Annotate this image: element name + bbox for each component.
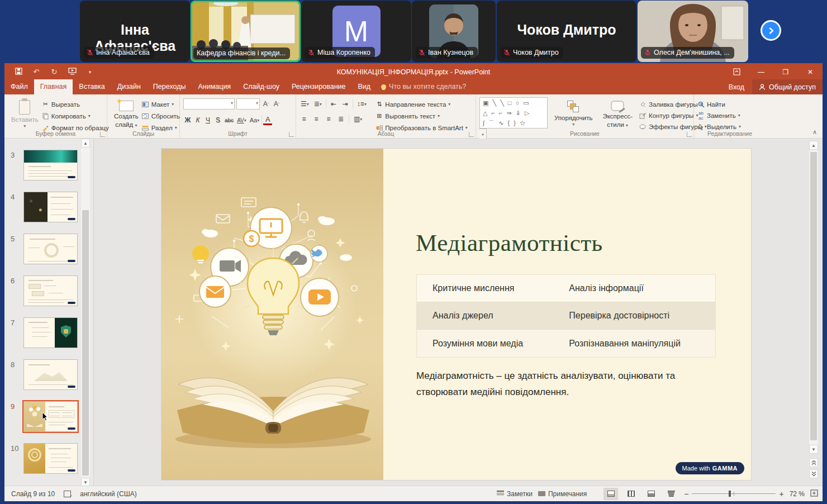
slide-body-text[interactable]: Медіаграмотність – це здатність аналізув… xyxy=(416,368,725,401)
tab-view[interactable]: Вид xyxy=(351,79,377,94)
numbering-button[interactable]: ≣▾ xyxy=(313,99,323,109)
previous-slide-button[interactable] xyxy=(809,458,818,467)
scroll-up-button[interactable]: ▲ xyxy=(809,141,818,150)
participant-tile-ivan[interactable]: Іван Кузнецов xyxy=(412,1,496,62)
share-button[interactable]: Общий доступ xyxy=(752,79,823,94)
participant-tile-kafedra-active-speaker[interactable]: Кафедра фінансів і креди... xyxy=(191,1,301,62)
font-dialog-launcher[interactable] xyxy=(289,132,294,137)
font-size-combobox[interactable] xyxy=(236,98,260,110)
collapse-ribbon-button[interactable]: ∧ xyxy=(812,129,817,136)
slide-counter[interactable]: Слайд 9 из 10 xyxy=(11,490,55,498)
shapes-row-1[interactable]: ▣ ╲ ╲ □ ○ ▭ xyxy=(483,98,547,108)
ribbon-display-options-icon[interactable] xyxy=(724,64,749,79)
italic-button[interactable]: К xyxy=(193,115,202,125)
canvas-scrollbar[interactable]: ▲ ▼ xyxy=(809,141,818,454)
scroll-up-button[interactable]: ▲ xyxy=(81,139,90,148)
text-shadow-button[interactable]: S xyxy=(213,115,222,125)
cut-button[interactable]: ✂Вырезать xyxy=(42,99,109,110)
slide-sorter-view-button[interactable] xyxy=(624,488,638,500)
columns-button[interactable]: ▥▾ xyxy=(353,114,363,124)
line-spacing-button[interactable]: ↕≡▾ xyxy=(356,99,368,109)
drawing-dialog-launcher[interactable] xyxy=(687,132,692,137)
qat-customize-icon[interactable]: ▾ xyxy=(85,69,95,75)
language-indicator[interactable]: английский (США) xyxy=(80,490,136,498)
start-slideshow-icon[interactable] xyxy=(67,68,77,77)
slide-9[interactable]: $ xyxy=(161,149,751,480)
ribbon-tab-bar: Файл Главная Вставка Дизайн Переходы Ани… xyxy=(4,79,823,94)
change-case-button[interactable]: Aa▾ xyxy=(249,115,260,125)
undo-icon[interactable]: ↶ xyxy=(31,68,41,76)
participant-tile-misha[interactable]: M Міша Коропенко xyxy=(301,1,411,62)
gallery-next-page-button[interactable] xyxy=(761,20,781,41)
sign-in-button[interactable]: Вход xyxy=(721,83,752,91)
next-slide-button[interactable] xyxy=(809,469,818,478)
save-icon[interactable] xyxy=(13,68,23,77)
character-spacing-button[interactable]: AV▾ xyxy=(236,115,248,125)
find-button[interactable]: Найти xyxy=(697,99,762,110)
justify-button[interactable]: ≣ xyxy=(336,114,345,124)
font-color-button[interactable]: А xyxy=(263,115,272,125)
slide-table[interactable]: Критичне мислення Аналіз інформації Анал… xyxy=(416,274,716,358)
new-slide-button[interactable]: Создатьслайд ▾ xyxy=(111,97,142,130)
grow-font-button[interactable]: Аˆ xyxy=(262,99,270,109)
bullets-button[interactable]: ☰▾ xyxy=(300,99,310,109)
zoom-in-button[interactable]: + xyxy=(779,489,783,498)
zoom-out-button[interactable]: − xyxy=(684,489,688,498)
align-right-button[interactable]: ≡ xyxy=(324,114,333,124)
tab-animations[interactable]: Анимация xyxy=(192,79,237,94)
shrink-font-button[interactable]: Аˇ xyxy=(272,99,281,109)
close-button[interactable]: ✕ xyxy=(798,64,823,79)
zoom-slider-thumb[interactable] xyxy=(729,491,731,497)
tab-design[interactable]: Дизайн xyxy=(111,79,147,94)
tab-insert[interactable]: Вставка xyxy=(73,79,111,94)
increase-indent-button[interactable]: ⇥ xyxy=(341,99,350,109)
zoom-percentage[interactable]: 72 % xyxy=(790,490,805,498)
align-text-button[interactable]: ⊞Выровнять текст▾ xyxy=(376,111,468,121)
spellcheck-icon[interactable] xyxy=(64,491,71,497)
normal-view-button[interactable] xyxy=(603,488,618,500)
tell-me-box[interactable]: Что вы хотите сделать? xyxy=(377,79,470,94)
participant-tile-chokov[interactable]: Чоков Дмитро Чоков Дмитро xyxy=(497,1,636,62)
restore-button[interactable]: ❐ xyxy=(773,64,798,79)
clipboard-dialog-launcher[interactable] xyxy=(100,132,105,137)
paragraph-dialog-launcher[interactable] xyxy=(469,132,474,137)
thumbnail-panel-scrollbar[interactable]: ▲ ▼ xyxy=(81,139,90,487)
slideshow-view-button[interactable] xyxy=(664,488,678,500)
paste-button[interactable]: Вставить ▾ xyxy=(8,97,42,130)
slide-title[interactable]: Медіаграмотність xyxy=(416,229,603,256)
font-name-combobox[interactable] xyxy=(183,98,235,110)
tab-home[interactable]: Главная xyxy=(34,79,73,94)
quick-styles-button[interactable]: Экспресс-стили ▾ xyxy=(599,97,636,130)
tab-slideshow[interactable]: Слайд-шоу xyxy=(237,79,286,94)
fit-to-window-button[interactable] xyxy=(810,489,818,498)
participant-tile-inna[interactable]: Інна Афанас'єва Інна Афанас'єва xyxy=(80,1,190,62)
comments-icon xyxy=(538,491,545,496)
underline-button[interactable]: Ч xyxy=(203,115,212,125)
replace-button[interactable]: abacЗаменить▾ xyxy=(697,110,762,121)
shapes-row-3[interactable]: ∫ ⌒ ∿ { } ☆ xyxy=(483,118,547,128)
tab-review[interactable]: Рецензирование xyxy=(286,79,352,94)
tab-transitions[interactable]: Переходы xyxy=(147,79,192,94)
reading-view-button[interactable] xyxy=(644,488,658,500)
arrange-button[interactable]: Упорядочить ▾ xyxy=(551,97,596,130)
layout-button[interactable]: Макет▾ xyxy=(142,99,180,110)
align-center-button[interactable]: ≡ xyxy=(312,114,321,124)
scrollbar-thumb[interactable] xyxy=(82,210,89,476)
shapes-row-2[interactable]: △ ⌐ ⌐ ⇒ ⇓ ▷ xyxy=(483,108,547,118)
participant-tile-olesia[interactable]: Олеся Дем'янишина, ... xyxy=(638,1,748,62)
copy-button[interactable]: Копировать▾ xyxy=(42,111,109,121)
comments-toggle[interactable]: Примечания xyxy=(538,490,587,498)
align-left-button[interactable]: ≡ xyxy=(300,114,308,124)
bold-button[interactable]: Ж xyxy=(183,115,192,125)
text-direction-button[interactable]: ⇅Направление текста▾ xyxy=(376,99,468,110)
decrease-indent-button[interactable]: ⇤ xyxy=(329,99,338,109)
notes-toggle[interactable]: Заметки xyxy=(497,490,533,498)
scrollbar-thumb[interactable] xyxy=(810,152,817,440)
redo-icon[interactable]: ↻ xyxy=(49,68,59,76)
tab-file[interactable]: Файл xyxy=(4,79,34,94)
zoom-slider-track[interactable] xyxy=(692,493,776,494)
minimize-button[interactable]: — xyxy=(749,64,773,79)
reset-button[interactable]: Сбросить xyxy=(142,111,180,121)
strikethrough-button[interactable]: abc xyxy=(224,115,235,125)
scroll-down-button[interactable]: ▼ xyxy=(809,445,818,454)
